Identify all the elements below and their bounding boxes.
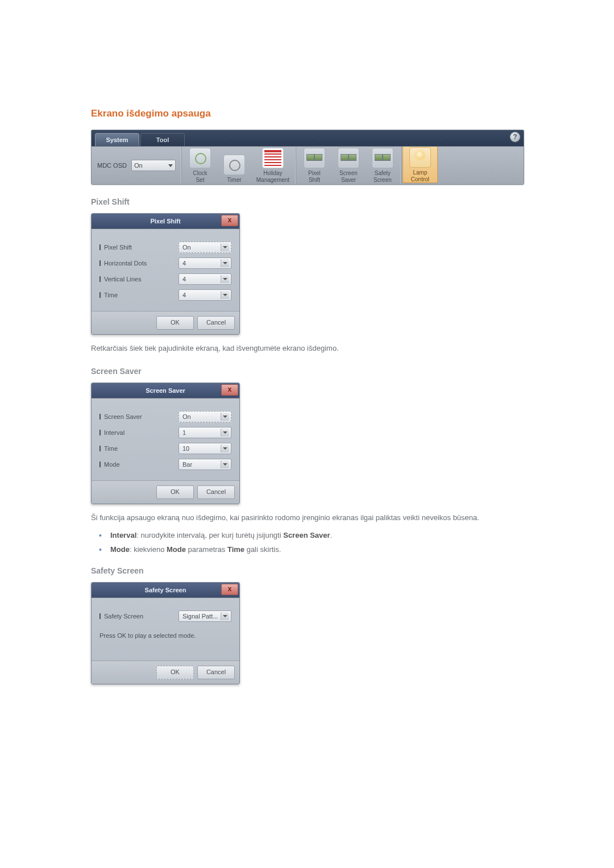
mode-select[interactable]: Bar (179, 459, 231, 470)
row-interval: Interval 1 (99, 427, 231, 438)
pixel-shift-heading: Pixel Shift (91, 197, 523, 206)
holiday-management-button[interactable]: Holiday Management (251, 147, 294, 183)
screen-saver-icon (338, 148, 359, 168)
chevron-down-icon (223, 278, 227, 280)
timer-button[interactable]: Timer (217, 153, 251, 184)
toolbar-tabs: System Tool ? (92, 130, 524, 147)
toolbar-group-screen: Pixel Shift Screen Saver Safety Screen (296, 147, 401, 184)
pixel-shift-button[interactable]: Pixel Shift (297, 147, 331, 183)
lamp-control-button[interactable]: Lamp Control (403, 146, 438, 183)
close-button[interactable]: x (221, 584, 238, 595)
row-time: Time 10 (99, 443, 231, 454)
row-vertical-lines: Vertical Lines 4 (99, 273, 231, 285)
toolbar-group-time: Clock Set Timer Holiday Management (182, 147, 296, 184)
clock-set-button[interactable]: Clock Set (183, 147, 217, 183)
safety-screen-button[interactable]: Safety Screen (366, 147, 400, 183)
pixel-shift-dialog-title: Pixel Shift x (92, 214, 239, 229)
section-title: Ekrano išdegimo apsauga (91, 108, 523, 119)
bullet-interval: Interval: nurodykite intervalą, per kurį… (91, 531, 523, 539)
cancel-button[interactable]: Cancel (197, 316, 235, 330)
chevron-down-icon (223, 463, 227, 466)
row-time: Time 4 (99, 289, 231, 301)
tab-tool[interactable]: Tool (140, 133, 185, 146)
vertical-lines-select[interactable]: 4 (179, 273, 231, 285)
safety-screen-heading: Safety Screen (91, 566, 523, 575)
close-button[interactable]: x (221, 384, 238, 396)
screen-saver-description: Ši funkcija apsaugo ekraną nuo išdegimo,… (91, 512, 523, 524)
mdc-osd-label: MDC OSD (97, 162, 127, 169)
chevron-down-icon (223, 294, 227, 296)
cancel-button[interactable]: Cancel (197, 666, 235, 679)
ok-button[interactable]: OK (156, 485, 194, 499)
safety-screen-message: Press OK to play a selected mode. (99, 632, 231, 639)
toolbar-body: MDC OSD On Clock Set Timer Holiday Mana (92, 147, 524, 184)
screen-saver-button[interactable]: Screen Saver (331, 147, 366, 183)
interval-select[interactable]: 1 (179, 427, 231, 438)
time-select[interactable]: 4 (179, 289, 231, 301)
chevron-down-icon (223, 447, 227, 450)
pixel-shift-icon (304, 148, 325, 168)
row-pixel-shift: Pixel Shift On (99, 242, 231, 253)
screen-saver-select[interactable]: On (179, 411, 231, 422)
system-toolbar: System Tool ? MDC OSD On Clock Set Timer (91, 130, 524, 185)
timer-icon (223, 155, 245, 175)
safety-screen-dialog-title: Safety Screen x (92, 583, 239, 598)
time-select[interactable]: 10 (179, 443, 231, 454)
row-horizontal-dots: Horizontal Dots 4 (99, 258, 231, 269)
pixel-shift-dialog: Pixel Shift x Pixel Shift On Horizontal … (91, 213, 240, 335)
toolbar-group-lamp: Lamp Control (401, 147, 439, 184)
row-screen-saver: Screen Saver On (99, 411, 231, 422)
chevron-down-icon (223, 246, 227, 248)
row-mode: Mode Bar (99, 459, 231, 470)
ok-button[interactable]: OK (156, 316, 194, 330)
mdc-osd-select[interactable]: On (131, 160, 176, 171)
calendar-icon (262, 148, 284, 168)
chevron-down-icon (168, 164, 173, 167)
screen-saver-dialog-title: Screen Saver x (92, 383, 239, 398)
screen-saver-dialog: Screen Saver x Screen Saver On Interval … (91, 383, 240, 504)
clock-icon (189, 148, 211, 168)
screen-saver-heading: Screen Saver (91, 367, 523, 376)
ok-button[interactable]: OK (156, 666, 194, 679)
help-icon[interactable]: ? (510, 132, 520, 142)
lamp-icon (409, 147, 431, 168)
cancel-button[interactable]: Cancel (197, 485, 235, 499)
chevron-down-icon (223, 416, 227, 418)
close-button[interactable]: x (221, 215, 238, 226)
safety-screen-dialog: Safety Screen x Safety Screen Signal Pat… (91, 582, 240, 684)
mdc-osd-value: On (134, 162, 143, 169)
chevron-down-icon (223, 431, 227, 434)
safety-screen-select[interactable]: Signal Patt... (179, 610, 231, 622)
mdc-osd-group: MDC OSD On (92, 147, 182, 184)
pixel-shift-select[interactable]: On (179, 242, 231, 253)
safety-screen-icon (372, 148, 393, 168)
pixel-shift-description: Retkarčiais šiek tiek pajudinkite ekraną… (91, 343, 523, 354)
row-safety-screen: Safety Screen Signal Patt... (99, 610, 231, 622)
screen-saver-bullets: Interval: nurodykite intervalą, per kurį… (91, 531, 523, 554)
chevron-down-icon (223, 615, 227, 617)
tab-system[interactable]: System (95, 133, 139, 146)
bullet-mode: Mode: kiekvieno Mode parametras Time gal… (91, 545, 523, 554)
horizontal-dots-select[interactable]: 4 (179, 258, 231, 269)
chevron-down-icon (223, 262, 227, 264)
